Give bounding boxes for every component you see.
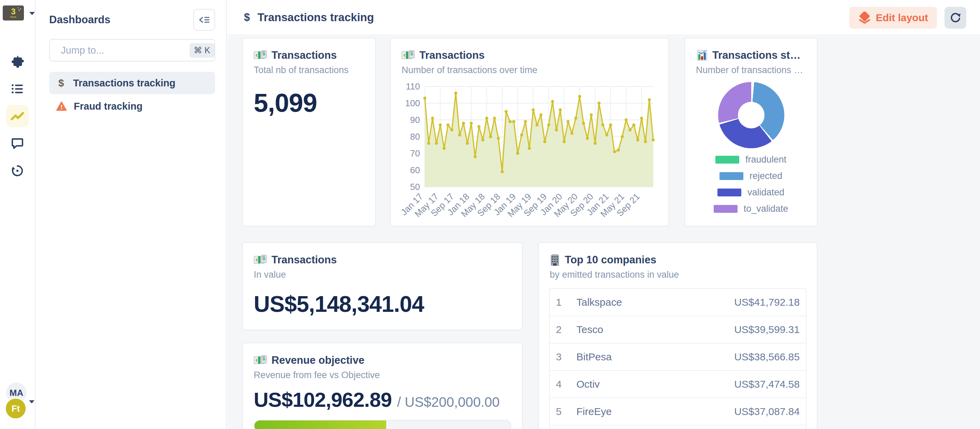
widget-title: Revenue objective (272, 354, 364, 367)
widget-title: Transactions status (712, 49, 806, 62)
svg-text:00: 00 (262, 255, 265, 258)
table-row-partial (550, 426, 806, 429)
widget-title: Top 10 companies (565, 254, 656, 266)
legend-label: rejected (749, 171, 782, 181)
avatar-team[interactable]: Ft (5, 397, 27, 419)
widget-revenue-objective: € 00 Revenue objective Revenue from fee … (242, 343, 523, 429)
search-shortcut-badge: ⌘ K (189, 43, 215, 58)
svg-text:70: 70 (410, 148, 420, 158)
revenue-value: US$102,962.89 (254, 388, 392, 411)
legend-item[interactable]: to_validate (714, 204, 788, 214)
chart-legend: fraudulent rejected validated to_validat… (685, 155, 817, 214)
legend-swatch (715, 156, 739, 164)
sidebar-item-label: Transactions tracking (73, 78, 175, 89)
rail-nav (0, 48, 35, 187)
edit-layout-button[interactable]: Edit layout (849, 7, 937, 29)
svg-text:00: 00 (410, 51, 413, 53)
widget-title: Transactions (272, 49, 337, 62)
logo-subtext: Bank (10, 15, 16, 18)
rail-item-dashboards[interactable] (6, 105, 29, 128)
dollar-icon: $ (56, 77, 66, 89)
activity-chart-icon (10, 108, 25, 124)
dashboard-list: $ Transactions tracking Fraud tracking (49, 72, 215, 118)
dollar-icon: $ (242, 11, 252, 24)
widget-subtitle: Revenue from fee vs Objective (254, 370, 511, 381)
widget-subtitle: In value (254, 270, 511, 280)
transactions-value: US$5,148,341.04 (254, 291, 511, 317)
collapse-sidebar-button[interactable] (193, 9, 215, 31)
rail-item-plugins[interactable] (6, 50, 29, 73)
company-cell: BitPesa (576, 351, 734, 363)
widget-transactions-status: Transactions status Number of transactio… (684, 38, 818, 226)
search-input[interactable] (61, 45, 189, 56)
sidebar-item-transactions-tracking[interactable]: $ Transactions tracking (49, 72, 215, 94)
company-cell: Talkspace (576, 297, 734, 308)
table-row: 5 FireEye US$37,087.84 (550, 398, 806, 426)
svg-text:60: 60 (410, 165, 420, 175)
line-chart: 5060708090100110Jan 17May 17Sep 17Jan 18… (395, 71, 665, 223)
company-cell: Octiv (576, 378, 734, 390)
table-row: 2 Tesco US$39,599.31 (550, 316, 806, 344)
money-emoji-icon: € 00 (402, 50, 415, 61)
dashboards-sidebar: Dashboards ⌘ K $ Transactions tracking (35, 0, 227, 429)
widget-transactions-over-time: € 00 Transactions Number of transactions… (390, 38, 669, 226)
table-row: 3 BitPesa US$38,566.85 (550, 344, 806, 371)
widget-title: Transactions (272, 254, 337, 266)
svg-text:100: 100 (405, 98, 420, 108)
workspace-logo[interactable]: 3 Bank (3, 5, 24, 21)
legend-swatch (718, 188, 741, 196)
avatar-caret-icon[interactable] (29, 400, 35, 404)
list-icon (10, 81, 25, 96)
svg-text:90: 90 (410, 115, 420, 125)
rank-cell: 2 (556, 324, 576, 335)
widget-subtitle: Total nb of transactions (254, 65, 364, 75)
widget-title: Transactions (419, 49, 485, 62)
legend-swatch (714, 205, 738, 213)
legend-label: fraudulent (745, 155, 786, 165)
jump-to-search[interactable]: ⌘ K (49, 39, 215, 62)
legend-swatch (719, 172, 743, 180)
svg-text:00: 00 (262, 356, 265, 358)
legend-item[interactable]: validated (718, 187, 784, 198)
widget-transactions-value: € 00 Transactions In value US$5,148,341.… (242, 242, 523, 330)
page-title: $ Transactions tracking (242, 0, 374, 35)
refresh-button[interactable] (945, 7, 966, 29)
rail-item-conversations[interactable] (6, 132, 29, 155)
revenue-progress-fill (255, 421, 386, 429)
user-avatars: MA Ft (0, 380, 35, 427)
rail-item-collections[interactable] (6, 78, 29, 100)
building-emoji-icon (550, 254, 560, 266)
widget-transactions-count: € 00 Transactions Total nb of transactio… (242, 38, 376, 226)
legend-item[interactable]: rejected (719, 171, 782, 181)
sidebar-item-fraud-tracking[interactable]: Fraud tracking (49, 95, 215, 118)
company-cell: FireEye (576, 406, 734, 417)
svg-text:00: 00 (262, 51, 265, 53)
legend-label: to_validate (744, 204, 788, 214)
widget-top-companies: Top 10 companies by emitted transactions… (538, 242, 818, 429)
rank-cell: 5 (556, 406, 576, 417)
widget-subtitle: Number of transactions by... (696, 65, 806, 75)
value-cell: US$37,087.84 (734, 406, 800, 417)
sidebar-item-label: Fraud tracking (74, 101, 142, 112)
legend-item[interactable]: fraudulent (715, 155, 786, 165)
value-cell: US$38,566.85 (734, 351, 800, 363)
history-icon (10, 164, 25, 178)
svg-text:80: 80 (410, 131, 420, 142)
chat-icon (10, 136, 25, 151)
svg-text:€: € (256, 53, 258, 57)
rail-item-activity-log[interactable] (6, 159, 29, 182)
legend-label: validated (748, 187, 784, 198)
money-emoji-icon: € 00 (254, 255, 267, 265)
refresh-icon (948, 11, 962, 25)
donut-chart (718, 82, 784, 148)
logo-decoration (17, 7, 22, 12)
bar-chart-emoji-icon (696, 49, 708, 61)
dashboard-content: € 00 Transactions Total nb of transactio… (228, 36, 980, 429)
main-header: $ Transactions tracking Edit layout (228, 0, 980, 35)
money-emoji-icon: € 00 (254, 355, 267, 365)
widget-subtitle: by emitted transactions in value (550, 270, 806, 280)
workspace-caret-icon[interactable] (29, 11, 35, 16)
collapse-icon (198, 14, 210, 25)
sidebar-title: Dashboards (49, 14, 110, 26)
icon-rail: 3 Bank (0, 0, 35, 429)
